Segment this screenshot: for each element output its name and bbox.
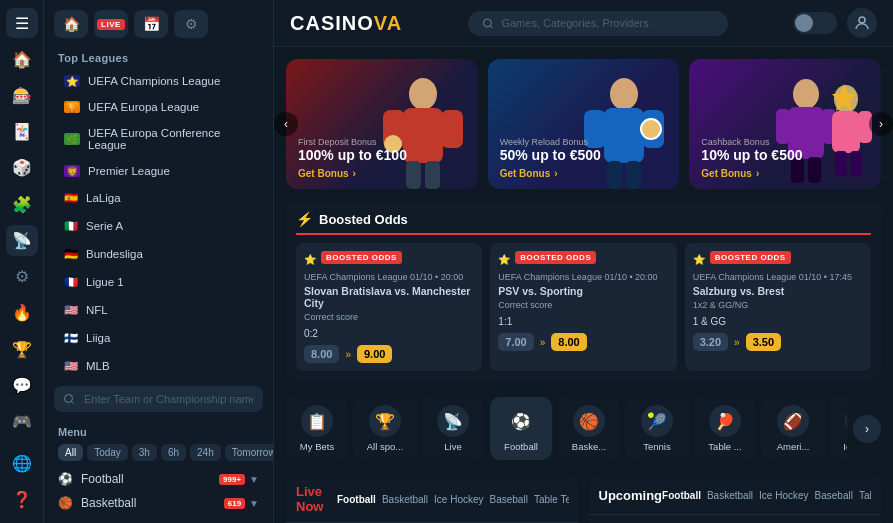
filter-3h[interactable]: 3h [132, 444, 157, 461]
puzzle-icon[interactable]: 🧩 [6, 189, 38, 219]
league-nfl[interactable]: 🇺🇸 NFL [50, 297, 267, 323]
sport-cat-tabletennis-label: Table ... [708, 441, 741, 452]
sport-cat-basketball[interactable]: 🏀 Baske... [558, 397, 620, 460]
gear-tab[interactable]: ⚙ [174, 10, 208, 38]
sport-cat-americanfootball[interactable]: 🏈 Ameri... [762, 397, 824, 460]
sport-cat-live[interactable]: 📡 Live [422, 397, 484, 460]
league-ligue1[interactable]: 🇫🇷 Ligue 1 [50, 269, 267, 295]
boosted-market-3: 1x2 & GG/NG [693, 300, 863, 310]
avatar-button[interactable] [847, 8, 877, 38]
live-tab-basketball[interactable]: Basketball [382, 494, 428, 505]
sport-football-count: 999+ ▼ [219, 474, 259, 485]
live-tab-tabletennis[interactable]: Table Tennis [534, 494, 569, 505]
home-tab[interactable]: 🏠 [54, 10, 88, 38]
sport-football-left: ⚽ Football [58, 472, 124, 486]
banner3-btn[interactable]: Get Bonus › [701, 168, 802, 179]
banner-next-button[interactable]: › [869, 112, 893, 136]
league-bundesliga[interactable]: 🇩🇪 Bundesliga [50, 241, 267, 267]
banner-1[interactable]: First Deposit Bonus 100% up to €100 Get … [286, 59, 478, 189]
league-liiga-label: Liiga [86, 332, 110, 344]
live-tab-football[interactable]: Football [337, 494, 376, 505]
boosted-card-1[interactable]: ⭐ BOOSTED ODDS UEFA Champions League 01/… [296, 243, 482, 371]
sport-cat-football[interactable]: ⚽ Football [490, 397, 552, 460]
banner-2[interactable]: Weekly Reload Bonus 50% up to €500 Get B… [488, 59, 680, 189]
live-now-title: Live Now [296, 484, 337, 514]
sport-cat-allsports[interactable]: 🏆 All spo... [354, 397, 416, 460]
boosted-market-2: Correct score [498, 300, 668, 310]
globe-icon[interactable]: 🌐 [6, 449, 38, 479]
sport-football[interactable]: ⚽ Football 999+ ▼ [58, 467, 259, 491]
casino-icon[interactable]: 🎰 [6, 80, 38, 110]
filter-24h[interactable]: 24h [190, 444, 221, 461]
sport-cat-tabletennis[interactable]: 🏓 Table ... [694, 397, 756, 460]
uel-flag: 🏆 [64, 101, 80, 113]
menu-title: Menu [58, 426, 259, 438]
game-icon[interactable]: 🎮 [6, 406, 38, 436]
pl-flag: 🦁 [64, 165, 80, 177]
boosted-badge-3: BOOSTED ODDS [710, 251, 791, 264]
sport-cat-mybets[interactable]: 📋 My Bets [286, 397, 348, 460]
boosted-card-3[interactable]: ⭐ BOOSTED ODDS UEFA Champions League 01/… [685, 243, 871, 371]
league-ucl-label: UEFA Champions League [88, 75, 220, 87]
upcoming-tab-basketball[interactable]: Basketball [707, 490, 753, 501]
filter-today[interactable]: Today [87, 444, 128, 461]
boosted-league-3: UEFA Champions League 01/10 • 17:45 [693, 272, 863, 282]
boosted-card-2[interactable]: ⭐ BOOSTED ODDS UEFA Champions League 01/… [490, 243, 676, 371]
theme-toggle[interactable] [793, 12, 837, 34]
league-ucl[interactable]: ⭐ UEFA Champions League [50, 69, 267, 93]
boosted-badge-2: BOOSTED ODDS [515, 251, 596, 264]
league-pl[interactable]: 🦁 Premier League [50, 159, 267, 183]
home-icon[interactable]: 🏠 [6, 44, 38, 74]
trophy-icon[interactable]: 🏆 [6, 334, 38, 364]
svg-rect-7 [406, 161, 421, 189]
filter-all[interactable]: All [58, 444, 83, 461]
filter-6h[interactable]: 6h [161, 444, 186, 461]
league-mlb[interactable]: 🇺🇸 MLB [50, 353, 267, 379]
league-uecl[interactable]: 🌿 UEFA Europa Conference League [50, 121, 267, 157]
cards-icon[interactable]: 🃏 [6, 117, 38, 147]
live-icon[interactable]: 📡 [6, 225, 38, 255]
upcoming-tab-tabletennis[interactable]: Table Tennis [859, 490, 871, 501]
banner-prev-button[interactable]: ‹ [274, 112, 298, 136]
header-search-input[interactable] [501, 17, 713, 29]
banner-3[interactable]: Cashback Bonus 10% up to €500 Get Bonus … [689, 59, 881, 189]
upcoming-tab-football[interactable]: Football [662, 490, 701, 501]
boosted-score-3: 1 & GG [693, 316, 863, 327]
slots-icon[interactable]: 🎲 [6, 153, 38, 183]
banner2-btn[interactable]: Get Bonus › [500, 168, 601, 179]
new-odd-3[interactable]: 3.50 [746, 333, 781, 351]
search-bar[interactable] [468, 11, 728, 36]
settings-icon[interactable]: ⚙ [6, 262, 38, 292]
league-liiga[interactable]: 🇫🇮 Liiga [50, 325, 267, 351]
league-laliga[interactable]: 🇪🇸 LaLiga [50, 185, 267, 211]
hamburger-icon[interactable]: ☰ [6, 8, 38, 38]
new-odd-2[interactable]: 8.00 [551, 333, 586, 351]
football-expand-icon: ▼ [249, 474, 259, 485]
sport-basketball[interactable]: 🏀 Basketball 619 ▼ [58, 491, 259, 515]
upcoming-match-row[interactable]: 01/10 • 10:02 LIVE Valhalla Cup 2024 Wee… [589, 515, 882, 523]
sport-basketball-left: 🏀 Basketball [58, 496, 136, 510]
live-tab-icehockey[interactable]: Ice Hockey [434, 494, 483, 505]
sport-cat-icehockey[interactable]: 🏒 Ice Ho... [830, 397, 847, 460]
league-uecl-label: UEFA Europa Conference League [88, 127, 253, 151]
filter-tomorrow[interactable]: Tomorrow [225, 444, 274, 461]
search-league-input[interactable] [54, 386, 263, 412]
odds-row-3: 3.20 » 3.50 [693, 333, 863, 351]
calendar-tab[interactable]: 📅 [134, 10, 168, 38]
football-live-count: 999+ [219, 474, 245, 485]
fire-icon[interactable]: 🔥 [6, 298, 38, 328]
league-uel[interactable]: 🏆 UEFA Europa League [50, 95, 267, 119]
upcoming-tab-baseball[interactable]: Baseball [815, 490, 853, 501]
live-tab-baseball[interactable]: Baseball [490, 494, 528, 505]
upcoming-tab-icehockey[interactable]: Ice Hockey [759, 490, 808, 501]
live-tab[interactable]: LIVE [94, 10, 128, 38]
sport-cat-tennis[interactable]: 🎾 Tennis [626, 397, 688, 460]
new-odd-1[interactable]: 9.00 [357, 345, 392, 363]
svg-point-10 [610, 78, 638, 110]
basketball-icon: 🏀 [58, 496, 73, 510]
chat-icon[interactable]: 💬 [6, 370, 38, 400]
banner1-btn[interactable]: Get Bonus › [298, 168, 407, 179]
sports-scroll-right[interactable]: › [853, 415, 881, 443]
help-icon[interactable]: ❓ [6, 485, 38, 515]
league-serie-a[interactable]: 🇮🇹 Serie A [50, 213, 267, 239]
